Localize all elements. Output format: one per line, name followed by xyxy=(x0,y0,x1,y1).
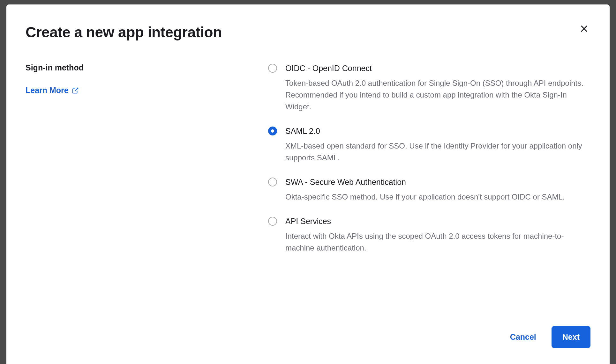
radio-indicator xyxy=(268,178,277,186)
close-icon xyxy=(580,24,589,33)
radio-group-sign-in-method: OIDC - OpenID Connect Token-based OAuth … xyxy=(268,63,590,313)
radio-text: API Services Interact with Okta APIs usi… xyxy=(285,216,590,254)
modal-content: Sign-in method Learn More OIDC - OpenID … xyxy=(26,63,590,313)
create-app-integration-modal: Create a new app integration Sign-in met… xyxy=(6,4,610,364)
radio-indicator xyxy=(268,127,277,135)
radio-description: Okta-specific SSO method. Use if your ap… xyxy=(285,191,590,203)
radio-title: OIDC - OpenID Connect xyxy=(285,63,590,74)
radio-option-swa[interactable]: SWA - Secure Web Authentication Okta-spe… xyxy=(268,177,590,203)
radio-option-oidc[interactable]: OIDC - OpenID Connect Token-based OAuth … xyxy=(268,63,590,113)
cancel-button[interactable]: Cancel xyxy=(507,327,539,347)
radio-indicator xyxy=(268,64,277,73)
modal-title: Create a new app integration xyxy=(26,24,590,41)
radio-indicator xyxy=(268,217,277,226)
learn-more-text: Learn More xyxy=(26,86,69,95)
radio-title: SAML 2.0 xyxy=(285,126,590,137)
radio-text: OIDC - OpenID Connect Token-based OAuth … xyxy=(285,63,590,113)
left-column: Sign-in method Learn More xyxy=(26,63,255,313)
radio-text: SAML 2.0 XML-based open standard for SSO… xyxy=(285,126,590,164)
radio-option-saml[interactable]: SAML 2.0 XML-based open standard for SSO… xyxy=(268,126,590,164)
radio-title: API Services xyxy=(285,216,590,227)
next-button[interactable]: Next xyxy=(552,326,590,348)
radio-option-api-services[interactable]: API Services Interact with Okta APIs usi… xyxy=(268,216,590,254)
radio-description: Interact with Okta APIs using the scoped… xyxy=(285,230,590,254)
close-button[interactable] xyxy=(578,22,590,35)
external-link-icon xyxy=(72,87,79,94)
radio-title: SWA - Secure Web Authentication xyxy=(285,177,590,188)
radio-text: SWA - Secure Web Authentication Okta-spe… xyxy=(285,177,590,203)
modal-footer: Cancel Next xyxy=(26,313,590,348)
learn-more-link[interactable]: Learn More xyxy=(26,86,79,95)
sign-in-method-label: Sign-in method xyxy=(26,63,255,72)
radio-description: Token-based OAuth 2.0 authentication for… xyxy=(285,77,590,113)
radio-description: XML-based open standard for SSO. Use if … xyxy=(285,140,590,164)
